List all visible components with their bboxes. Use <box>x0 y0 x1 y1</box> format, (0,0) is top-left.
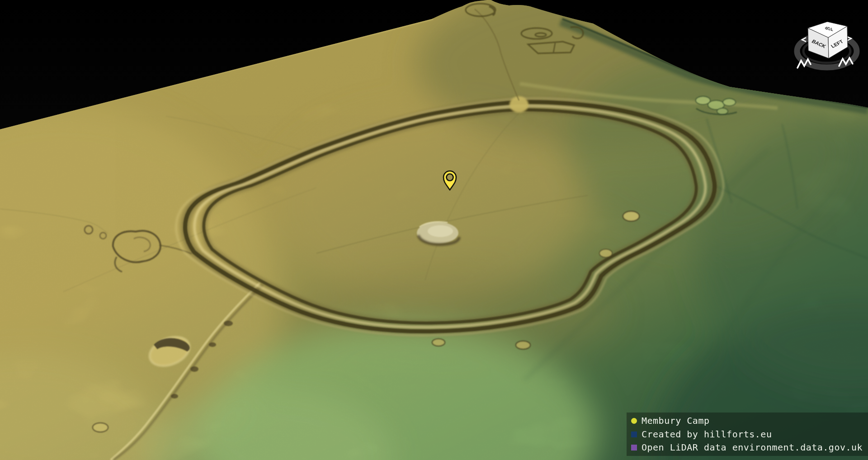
legend-panel: Membury Camp Created by hillforts.eu Ope… <box>627 413 868 456</box>
legend-item-credit: Created by hillforts.eu <box>630 428 863 441</box>
legend-site-label: Membury Camp <box>642 414 710 427</box>
legend-datasource-square-icon <box>631 445 637 451</box>
legend-item-datasource: Open LiDAR data environment.data.gov.uk <box>630 441 863 454</box>
legend-credit-square-icon <box>631 432 637 437</box>
terrain-3d-scene: TOP BACK LEFT <box>0 0 868 460</box>
3d-terrain-viewport[interactable]: TOP BACK LEFT <box>0 0 868 460</box>
legend-credit-label: Created by hillforts.eu <box>642 428 772 441</box>
lidar-viewer-window: TOP BACK LEFT Membury Camp Created by hi… <box>0 0 868 460</box>
legend-site-dot-icon <box>631 418 637 424</box>
legend-item-site: Membury Camp <box>630 414 863 427</box>
legend-datasource-label: Open LiDAR data environment.data.gov.uk <box>642 441 863 454</box>
